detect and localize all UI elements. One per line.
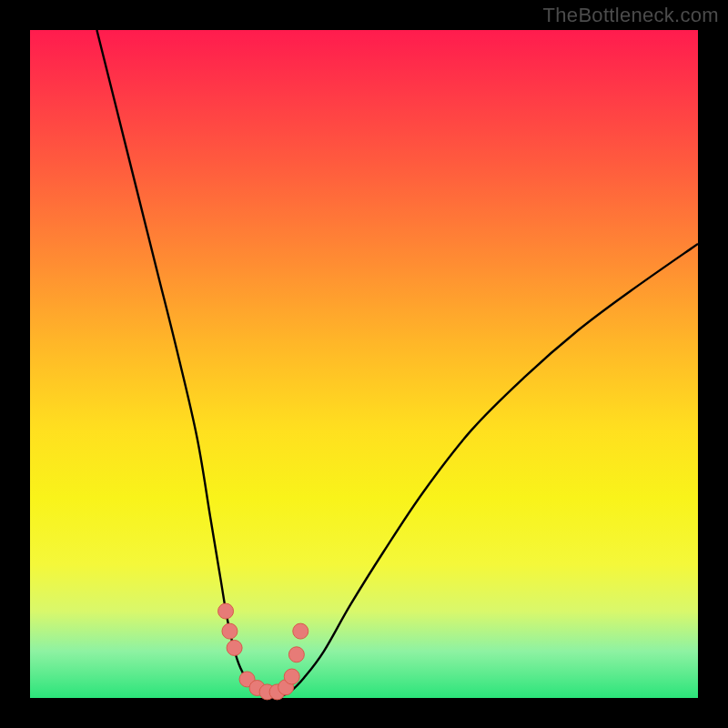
plot-area [30,30,698,698]
curve-right-branch [278,244,698,698]
marker-dot [284,669,299,684]
attribution-text: TheBottleneck.com [543,4,719,27]
marker-dot [293,623,308,639]
marker-dot [227,640,242,655]
bottleneck-curve [30,30,698,698]
marker-dot [222,623,238,639]
curve-left-branch [96,30,277,698]
chart-frame: TheBottleneck.com [0,0,728,728]
marker-dot [288,647,304,662]
marker-dot [218,603,234,619]
highlight-markers [218,603,308,700]
